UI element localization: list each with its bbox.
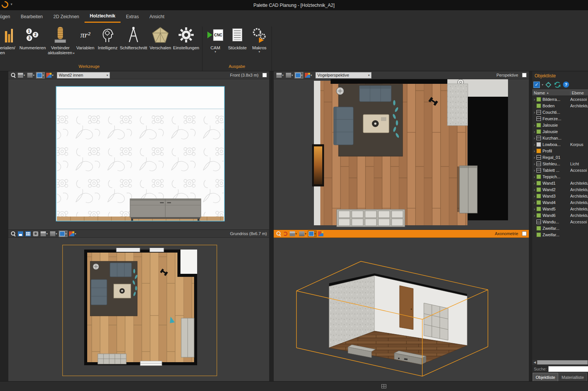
axonometric-view-canvas[interactable]: [274, 238, 529, 381]
object-list-row[interactable]: ›Wand5Architektu: [532, 206, 588, 212]
active-view-icon[interactable]: ▾: [308, 231, 316, 237]
materials-icon[interactable]: ▾: [69, 231, 77, 237]
object-list-row[interactable]: Zweifar...: [532, 231, 588, 238]
plan-view-canvas[interactable]: [8, 238, 269, 381]
column-header-name[interactable]: Name▲: [532, 91, 571, 95]
active-view-icon[interactable]: ▾: [295, 72, 303, 78]
help-icon[interactable]: ?: [563, 82, 569, 88]
object-list-row[interactable]: ›Tablett ...Accessoi: [532, 167, 588, 173]
object-list-row[interactable]: ›Wand4Architektu: [532, 199, 588, 206]
active-view-icon[interactable]: ▾: [59, 231, 67, 237]
expand-chevron-icon[interactable]: ›: [532, 174, 536, 179]
expand-chevron-icon[interactable]: ›: [532, 110, 536, 115]
view-checkbox[interactable]: [522, 231, 527, 236]
active-view-icon[interactable]: ▾: [36, 72, 44, 78]
ribbon-tool-einstellungen[interactable]: Einstellungen: [173, 24, 199, 50]
search-input[interactable]: [548, 366, 588, 372]
orientation-cube-icon[interactable]: ▾: [289, 231, 297, 237]
tag-icon[interactable]: [545, 82, 552, 88]
visibility-checkbox-icon[interactable]: ✓: [533, 82, 540, 88]
horizontal-scrollbar[interactable]: ◀: [532, 360, 588, 365]
materials-icon[interactable]: [318, 231, 324, 237]
ribbon-tool-makros[interactable]: Makros ▾: [250, 24, 268, 53]
object-list-row[interactable]: ›Kurzhan...: [532, 135, 588, 141]
orientation-cube-icon[interactable]: ▾: [17, 72, 25, 78]
layout-grid-icon[interactable]: [381, 384, 386, 388]
object-list-row[interactable]: ›Couchti...: [532, 109, 588, 115]
column-header-ebene[interactable]: Ebene: [571, 91, 588, 95]
expand-chevron-icon[interactable]: ›: [532, 168, 536, 173]
view-checkbox[interactable]: [262, 73, 267, 77]
orientation-cube-icon[interactable]: ▾: [276, 72, 284, 78]
materials-icon[interactable]: ▾: [46, 72, 54, 78]
menu-item-extras[interactable]: Extras: [121, 10, 144, 23]
object-list-row[interactable]: ›Jalousie: [532, 122, 588, 128]
object-list-row[interactable]: ›Wand3Architektu: [532, 193, 588, 199]
object-list-row[interactable]: ›Jalousie: [532, 128, 588, 135]
ribbon-tool-schifterschnitt[interactable]: Schifterschnitt: [119, 24, 148, 50]
view-checkbox[interactable]: [522, 73, 527, 77]
perspective-select[interactable]: Vogelperspektive▾: [315, 72, 372, 79]
expand-chevron-icon[interactable]: ›: [532, 162, 536, 166]
panel-tab-materialliste[interactable]: Materialliste: [558, 373, 587, 381]
expand-chevron-icon[interactable]: ›: [532, 97, 536, 102]
object-list-row[interactable]: ›Regal_01: [532, 154, 588, 160]
shading-icon[interactable]: ▾: [50, 231, 58, 237]
quick-access-caret-icon[interactable]: ▾: [11, 2, 13, 6]
expand-chevron-icon[interactable]: ›: [532, 155, 536, 160]
object-list-row[interactable]: ›Bilderra...Accessoi: [532, 96, 588, 102]
ribbon-tool-variablen[interactable]: πr² Variablen: [74, 24, 96, 50]
object-list-row[interactable]: Wandu...Accessoi: [532, 218, 588, 225]
object-list-row[interactable]: ›Stehleu...Licht: [532, 160, 588, 167]
perspective-view-canvas[interactable]: [274, 79, 529, 229]
expand-chevron-icon[interactable]: ›: [532, 200, 536, 205]
menu-item-bearbeiten[interactable]: Bearbeiten: [16, 10, 48, 23]
grid-icon[interactable]: [25, 231, 31, 237]
orientation-cube-icon[interactable]: ▾: [40, 231, 48, 237]
camera-icon[interactable]: [33, 231, 39, 237]
object-list-row[interactable]: ›Teppich...: [532, 173, 588, 180]
menu-item-ansicht[interactable]: Ansicht: [144, 10, 169, 23]
shading-icon[interactable]: ▾: [299, 231, 307, 237]
rotate-view-icon[interactable]: [283, 231, 288, 236]
panel-tab-objektliste[interactable]: Objektliste: [533, 373, 558, 381]
zoom-icon[interactable]: [276, 231, 281, 236]
ribbon-tool-intelligenz[interactable]: Intelligenz: [97, 24, 118, 50]
materials-icon[interactable]: ▾: [304, 72, 312, 78]
ribbon-tool-cam[interactable]: CNC CAM ▾: [207, 24, 224, 53]
expand-chevron-icon[interactable]: ›: [532, 142, 536, 147]
object-list-row[interactable]: BodenArchitektu: [532, 102, 588, 109]
object-list-row[interactable]: ›Wand1Architektu: [532, 180, 588, 186]
ribbon-tool-materialien[interactable]: erialien/en: [0, 24, 17, 55]
object-list-row[interactable]: Feuerze...: [532, 115, 588, 122]
expand-chevron-icon[interactable]: ›: [532, 187, 536, 192]
ribbon-tool-verbinder-aktualisieren[interactable]: Verbinder aktualisieren▾: [48, 24, 73, 56]
refresh-icon[interactable]: [554, 82, 561, 88]
scroll-left-icon[interactable]: ◀: [532, 361, 537, 364]
zoom-icon[interactable]: [11, 231, 16, 236]
menu-item-ügen[interactable]: ügen: [0, 10, 16, 23]
ribbon-tool-verschalen[interactable]: Verschalen: [149, 24, 172, 50]
front-view-canvas[interactable]: [8, 79, 269, 229]
expand-chevron-icon[interactable]: ›: [532, 123, 536, 127]
menu-item-holztechnik[interactable]: Holztechnik: [85, 10, 121, 23]
dropdown-caret-icon[interactable]: ▾: [542, 83, 543, 86]
object-list-row[interactable]: ›Wand2Architektu: [532, 186, 588, 193]
save-view-icon[interactable]: [17, 231, 24, 237]
object-list-row[interactable]: ›Wand6Architektu: [532, 212, 588, 218]
shading-icon[interactable]: ▾: [285, 72, 293, 78]
menu-item-2d-zeichnen[interactable]: 2D Zeichnen: [48, 10, 85, 23]
ribbon-tool-stueckliste[interactable]: Stückliste: [226, 24, 249, 50]
wall-select[interactable]: Wand2 innen▾: [57, 72, 110, 79]
expand-chevron-icon[interactable]: ›: [532, 207, 536, 211]
expand-chevron-icon[interactable]: ›: [532, 129, 536, 134]
expand-chevron-icon[interactable]: ›: [532, 149, 536, 153]
expand-chevron-icon[interactable]: ›: [532, 181, 536, 185]
object-list-row[interactable]: ›Lowboa...Korpus: [532, 141, 588, 148]
shading-icon[interactable]: ▾: [27, 72, 35, 78]
ribbon-tool-nummerieren[interactable]: 1 3 2 Nummerieren: [18, 24, 47, 50]
object-list-row[interactable]: ›Profil: [532, 148, 588, 154]
expand-chevron-icon[interactable]: ›: [532, 136, 536, 140]
object-list-row[interactable]: Zweifar...: [532, 225, 588, 231]
scrollbar-thumb[interactable]: [537, 360, 588, 364]
